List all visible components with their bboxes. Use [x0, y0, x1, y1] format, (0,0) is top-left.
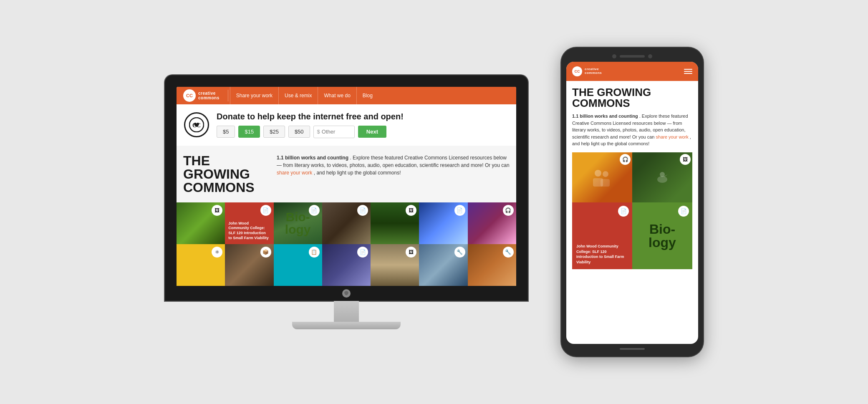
phone-camera	[612, 54, 616, 58]
grid-cell-yellow-science[interactable]: ⚛	[177, 244, 225, 286]
grid-cell-fist[interactable]: 📄	[322, 202, 371, 244]
phone-growing-title: THE GROWING COMMONS	[572, 87, 692, 109]
phone-share-link[interactable]: share your work	[656, 134, 689, 139]
grid-cell-abstract[interactable]: 🔧	[468, 244, 516, 286]
phone-cell-biology[interactable]: 📄 Bio-logy	[632, 202, 692, 269]
phone-cell-hbird[interactable]: 🖼	[632, 152, 692, 202]
nav-use-remix[interactable]: Use & remix	[278, 87, 318, 104]
phone-content: THE GROWING COMMONS 1.1 billion works an…	[566, 81, 698, 344]
cc-logo-text: creative commons	[198, 91, 220, 100]
imac-stand-base	[292, 322, 401, 329]
donate-banner: CC Donate to help keep the internet free…	[177, 104, 516, 146]
grid-cell-blue[interactable]: 📄	[419, 202, 467, 244]
image-icon-3: 🖼	[406, 247, 416, 258]
growing-desc: 1.1 billion works and counting . Explore…	[277, 154, 510, 194]
phone-home-bar	[620, 348, 645, 350]
next-button[interactable]: Next	[358, 126, 386, 138]
doc-icon-5: 📄	[357, 247, 368, 258]
grid-cell-farm-course[interactable]: 📄 John Wood Community College: SLF 120 I…	[225, 202, 273, 244]
phone-camera-2	[648, 54, 652, 58]
nav-what-we-do[interactable]: What we do	[318, 87, 356, 104]
doc-icon-4: 📄	[454, 205, 465, 216]
phone-doc-badge: 📄	[618, 206, 629, 217]
imac-stand-neck	[334, 301, 359, 322]
hamburger-menu-button[interactable]	[684, 69, 692, 74]
wrench-icon: 🔧	[454, 247, 465, 258]
growing-commons-section: THE GROWING COMMONS 1.1 billion works an…	[177, 146, 516, 202]
nav-blog[interactable]: Blog	[356, 87, 378, 104]
grid-cell-circles[interactable]: 🔧	[419, 244, 467, 286]
growing-title: THE GROWING COMMONS	[183, 154, 267, 194]
phone-speaker	[620, 55, 645, 58]
nav-links: Share your work Use & remix What we do B…	[226, 87, 510, 104]
phone-nav: CC creative commons	[566, 62, 698, 81]
hamburger-line-2	[684, 71, 692, 72]
phone-cell-people[interactable]: 🎧	[572, 152, 632, 202]
phone-cc-text: creative commons	[585, 68, 602, 75]
donate-heading: Donate to help keep the internet free an…	[217, 112, 404, 121]
grid-cell-hummingbird[interactable]: 🖼	[177, 202, 225, 244]
svg-point-6	[657, 176, 667, 183]
imac-frame: CC creative commons Share your work Use …	[165, 75, 528, 301]
image-icon-2: 🖼	[406, 205, 416, 216]
phone-bio-text: Bio-logy	[648, 222, 676, 249]
phone-image-badge: 🖼	[680, 154, 691, 165]
phone-growing-desc: 1.1 billion works and counting . Explore…	[572, 113, 692, 147]
svg-point-3	[603, 171, 608, 177]
share-your-work-link[interactable]: share your work	[277, 170, 312, 176]
grid-cell-teal[interactable]: 📋	[274, 244, 322, 286]
amount-50[interactable]: $50	[288, 126, 310, 138]
box-icon: 📦	[260, 247, 271, 258]
imac-device: CC creative commons Share your work Use …	[165, 75, 528, 329]
cc-logo-icon: CC	[183, 89, 196, 102]
imac-chin	[177, 286, 516, 301]
desktop-nav: CC creative commons Share your work Use …	[177, 87, 516, 104]
nav-divider	[228, 90, 228, 101]
phone-screen: CC creative commons THE GROWING COMMONS …	[566, 62, 698, 344]
audio-icon: 🎧	[503, 205, 514, 216]
grid-cell-biology[interactable]: 📄 Bio-logy	[274, 202, 322, 244]
phone-farm-label: John Wood Community College: SLF 120 Int…	[576, 244, 628, 265]
phone-bio-doc-badge: 📄	[678, 206, 689, 217]
scene: CC creative commons Share your work Use …	[148, 31, 720, 373]
amount-15[interactable]: $15	[238, 126, 260, 138]
grid-cell-triangles[interactable]: 📄	[322, 244, 371, 286]
biology-text: Bio-logy	[285, 211, 311, 236]
svg-point-2	[595, 170, 601, 177]
phone-cc-icon: CC	[572, 66, 582, 76]
doc-icon-3: 📄	[357, 205, 368, 216]
hamburger-line-1	[684, 69, 692, 70]
imac-screen: CC creative commons Share your work Use …	[177, 87, 516, 286]
phone-cc-logo[interactable]: CC creative commons	[572, 66, 602, 76]
nav-share-your-work[interactable]: Share your work	[230, 87, 278, 104]
grid-cell-mushroom[interactable]: 🖼	[371, 244, 419, 286]
amount-25[interactable]: $25	[263, 126, 285, 138]
donate-content: Donate to help keep the internet free an…	[217, 112, 404, 138]
grid-cell-trees[interactable]: 🖼	[371, 202, 419, 244]
phone-grid: 🎧 🖼 📄	[572, 152, 692, 269]
donate-amounts: $5 $15 $25 $50 $ Next	[217, 126, 404, 138]
currency-symbol: $	[317, 129, 320, 135]
phone-notch	[566, 54, 698, 58]
cc-heart-icon: CC	[184, 112, 209, 137]
content-grid: 🖼 📄 John Wood Community College: SLF 120…	[177, 202, 516, 286]
amount-other-input[interactable]	[322, 129, 351, 135]
science-icon: ⚛	[212, 247, 222, 258]
grid-cell-purple[interactable]: 🎧	[468, 202, 516, 244]
image-icon: 🖼	[212, 205, 222, 216]
amount-other-wrap: $	[313, 126, 355, 138]
hamburger-line-3	[684, 73, 692, 74]
cc-logo[interactable]: CC creative commons	[183, 89, 220, 102]
phone-device: CC creative commons THE GROWING COMMONS …	[561, 48, 703, 356]
phone-audio-badge: 🎧	[620, 154, 631, 165]
amount-5[interactable]: $5	[217, 126, 235, 138]
phone-cell-farm-course[interactable]: 📄 John Wood Community College: SLF 120 I…	[572, 202, 632, 269]
doc-icon: 📄	[260, 205, 271, 216]
svg-rect-5	[601, 179, 610, 187]
clipboard-icon: 📋	[309, 247, 320, 258]
farm-course-label: John Wood Community College: SLF 120 Int…	[228, 221, 270, 241]
grid-cell-face[interactable]: 📦	[225, 244, 273, 286]
wrench-icon-2: 🔧	[503, 247, 514, 258]
